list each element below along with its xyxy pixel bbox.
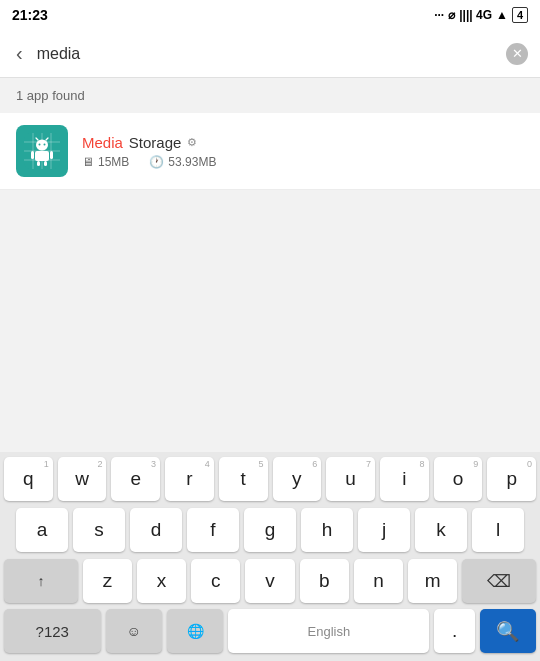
key-search[interactable]: 🔍 xyxy=(480,609,536,653)
clear-button[interactable]: ✕ xyxy=(506,43,528,65)
status-icons: ··· ⌀ |||| 4G ▲ 4 xyxy=(434,7,528,23)
key-w[interactable]: 2w xyxy=(58,457,107,501)
key-x[interactable]: x xyxy=(137,559,186,603)
result-count-text: 1 app found xyxy=(16,88,85,103)
key-m[interactable]: m xyxy=(408,559,457,603)
battery-icon: 4 xyxy=(512,7,528,23)
storage-value: 15MB xyxy=(98,155,129,169)
key-f[interactable]: f xyxy=(187,508,239,552)
svg-rect-15 xyxy=(37,161,40,166)
key-q[interactable]: 1q xyxy=(4,457,53,501)
key-delete[interactable]: ⌫ xyxy=(462,559,536,603)
svg-rect-14 xyxy=(50,151,53,159)
key-globe[interactable]: 🌐 xyxy=(167,609,223,653)
app-meta: 🖥 15MB 🕐 53.93MB xyxy=(82,155,524,169)
key-n[interactable]: n xyxy=(354,559,403,603)
signal-dots: ··· xyxy=(434,8,444,22)
key-space[interactable]: English xyxy=(228,609,429,653)
key-g[interactable]: g xyxy=(244,508,296,552)
svg-point-9 xyxy=(44,144,46,146)
app-name-rest: Storage xyxy=(129,134,182,151)
app-cache: 🕐 53.93MB xyxy=(149,155,216,169)
key-r[interactable]: 4r xyxy=(165,457,214,501)
key-v[interactable]: v xyxy=(245,559,294,603)
key-c[interactable]: c xyxy=(191,559,240,603)
back-button[interactable]: ‹ xyxy=(12,38,27,69)
keyboard-bottom-row: ?123 ☺ 🌐 English . 🔍 xyxy=(0,605,540,661)
key-t[interactable]: 5t xyxy=(219,457,268,501)
key-b[interactable]: b xyxy=(300,559,349,603)
app-storage: 🖥 15MB xyxy=(82,155,129,169)
key-y[interactable]: 6y xyxy=(273,457,322,501)
keyboard-row-1: 1q 2w 3e 4r 5t 6y 7u 8i 9o 0p xyxy=(0,452,540,503)
status-time: 21:23 xyxy=(12,7,48,23)
signal-cross: ⌀ xyxy=(448,8,455,22)
svg-point-7 xyxy=(36,140,48,151)
search-bar: ‹ ✕ xyxy=(0,30,540,78)
settings-icon: ⚙ xyxy=(187,136,197,149)
android-icon xyxy=(24,133,60,169)
keyboard-row-2: a s d f g h j k l xyxy=(0,503,540,554)
key-period[interactable]: . xyxy=(434,609,474,653)
key-j[interactable]: j xyxy=(358,508,410,552)
key-s[interactable]: s xyxy=(73,508,125,552)
key-p[interactable]: 0p xyxy=(487,457,536,501)
key-h[interactable]: h xyxy=(301,508,353,552)
app-info: Media Storage ⚙ 🖥 15MB 🕐 53.93MB xyxy=(82,134,524,169)
key-num-switch[interactable]: ?123 xyxy=(4,609,101,653)
key-i[interactable]: 8i xyxy=(380,457,429,501)
signal-bars: |||| 4G xyxy=(459,8,492,22)
key-k[interactable]: k xyxy=(415,508,467,552)
key-u[interactable]: 7u xyxy=(326,457,375,501)
wifi-icon: ▲ xyxy=(496,8,508,22)
keyboard: 1q 2w 3e 4r 5t 6y 7u 8i 9o 0p a s d f g … xyxy=(0,452,540,661)
key-l[interactable]: l xyxy=(472,508,524,552)
result-count: 1 app found xyxy=(0,78,540,113)
storage-icon: 🖥 xyxy=(82,155,94,169)
app-name-highlight: Media xyxy=(82,134,123,151)
content-spacer xyxy=(0,190,540,210)
key-z[interactable]: z xyxy=(83,559,132,603)
app-name: Media Storage ⚙ xyxy=(82,134,524,151)
svg-point-8 xyxy=(39,144,41,146)
key-emoji[interactable]: ☺ xyxy=(106,609,162,653)
svg-rect-16 xyxy=(44,161,47,166)
key-e[interactable]: 3e xyxy=(111,457,160,501)
key-a[interactable]: a xyxy=(16,508,68,552)
cache-icon: 🕐 xyxy=(149,155,164,169)
key-o[interactable]: 9o xyxy=(434,457,483,501)
status-bar: 21:23 ··· ⌀ |||| 4G ▲ 4 xyxy=(0,0,540,30)
svg-rect-13 xyxy=(31,151,34,159)
key-d[interactable]: d xyxy=(130,508,182,552)
search-input[interactable] xyxy=(37,45,496,63)
svg-rect-12 xyxy=(35,151,49,161)
key-shift[interactable]: ↑ xyxy=(4,559,78,603)
keyboard-row-3: ↑ z x c v b n m ⌫ xyxy=(0,554,540,605)
cache-value: 53.93MB xyxy=(168,155,216,169)
clear-icon: ✕ xyxy=(512,46,523,61)
app-list-item[interactable]: Media Storage ⚙ 🖥 15MB 🕐 53.93MB xyxy=(0,113,540,190)
app-icon xyxy=(16,125,68,177)
